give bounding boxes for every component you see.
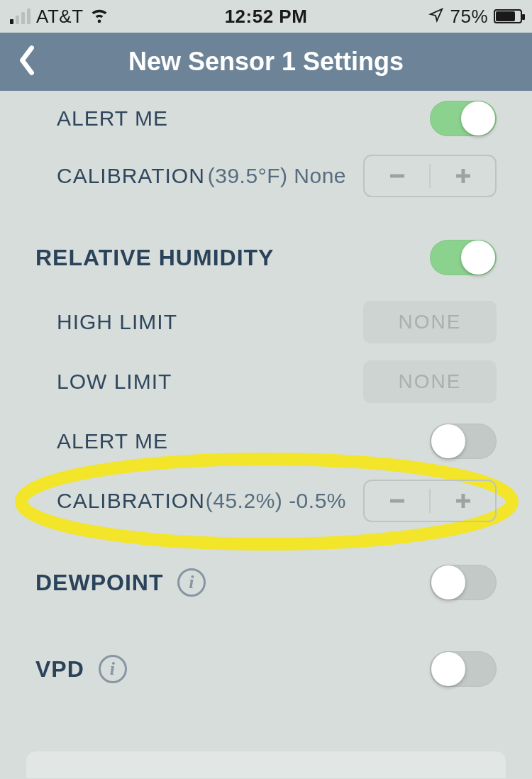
temp-calibration-label: CALIBRATION	[57, 164, 205, 188]
humidity-section-header: RELATIVE HUMIDITY	[0, 206, 532, 292]
temp-alert-toggle[interactable]	[430, 101, 497, 136]
info-icon[interactable]: i	[99, 655, 127, 683]
temp-calibration-minus-button[interactable]	[365, 156, 429, 196]
temp-calibration-row: CALIBRATION (39.5°F) None	[0, 146, 532, 206]
dewpoint-section-label: DEWPOINT	[35, 570, 163, 596]
carrier-label: AT&T	[36, 6, 84, 28]
temp-alert-label: ALERT ME	[57, 106, 168, 131]
humidity-low-button[interactable]: NONE	[363, 360, 497, 403]
temp-calibration-stepper	[363, 155, 497, 197]
humidity-alert-label: ALERT ME	[57, 429, 168, 453]
humidity-alert-row: ALERT ME	[0, 411, 532, 471]
battery-icon	[494, 9, 522, 23]
dewpoint-enable-toggle[interactable]	[430, 565, 497, 600]
battery-pct-label: 75%	[450, 6, 488, 28]
vpd-section-header: VPD i	[0, 617, 532, 704]
humidity-calibration-row: CALIBRATION (45.2%) -0.5%	[0, 471, 532, 531]
humidity-calibration-label: CALIBRATION	[57, 489, 205, 513]
humidity-high-label: HIGH LIMIT	[57, 310, 177, 334]
vpd-section-label: VPD	[35, 656, 84, 683]
humidity-calibration-value: (45.2%) -0.5%	[206, 489, 346, 513]
humidity-section-label: RELATIVE HUMIDITY	[35, 245, 274, 271]
nav-bar: New Sensor 1 Settings	[0, 33, 532, 91]
info-icon[interactable]: i	[177, 568, 206, 597]
humidity-enable-toggle[interactable]	[430, 240, 497, 275]
clock-label: 12:52 PM	[181, 6, 352, 28]
page-title: New Sensor 1 Settings	[0, 47, 532, 77]
cell-signal-icon	[10, 9, 31, 24]
humidity-calibration-stepper	[363, 480, 497, 522]
humidity-low-label: LOW LIMIT	[57, 370, 172, 394]
humidity-alert-toggle[interactable]	[430, 424, 497, 459]
humidity-low-row: LOW LIMIT NONE	[0, 352, 532, 411]
temp-alert-row: ALERT ME	[0, 91, 532, 146]
back-button[interactable]	[14, 45, 40, 79]
vpd-enable-toggle[interactable]	[430, 651, 497, 687]
status-bar: AT&T 12:52 PM 75%	[0, 0, 532, 33]
humidity-calibration-minus-button[interactable]	[365, 481, 429, 521]
wifi-icon	[89, 4, 109, 29]
humidity-high-button[interactable]: NONE	[363, 301, 497, 343]
content: ALERT ME CALIBRATION (39.5°F) None RELAT…	[0, 91, 532, 779]
location-icon	[428, 6, 444, 28]
dewpoint-section-header: DEWPOINT i	[0, 531, 532, 617]
humidity-high-row: HIGH LIMIT NONE	[0, 292, 532, 352]
temp-calibration-plus-button[interactable]	[431, 156, 495, 196]
humidity-calibration-plus-button[interactable]	[431, 481, 495, 521]
temp-calibration-value: (39.5°F) None	[208, 164, 346, 188]
bottom-card	[26, 751, 506, 779]
